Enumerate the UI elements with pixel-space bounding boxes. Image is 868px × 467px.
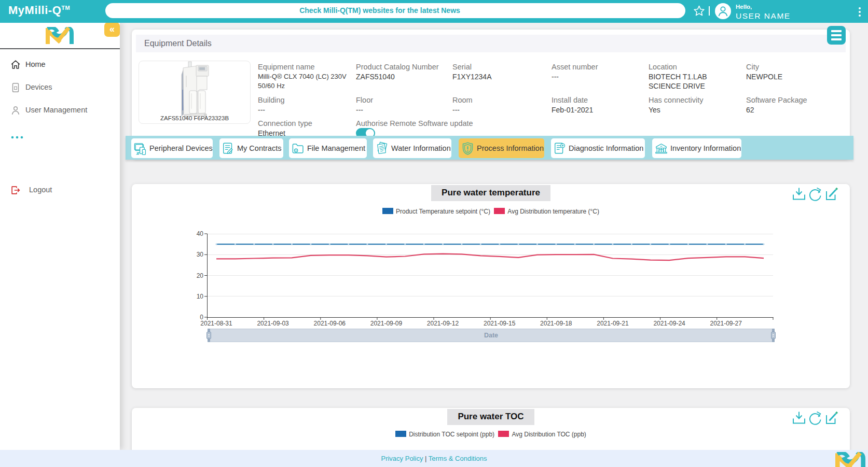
- svg-text:2021-09-15: 2021-09-15: [484, 320, 516, 327]
- svg-text:2021-09-12: 2021-09-12: [427, 320, 459, 327]
- svg-text:30: 30: [197, 251, 204, 258]
- svg-text:2021-09-21: 2021-09-21: [597, 320, 629, 327]
- svg-text:2021-09-18: 2021-09-18: [540, 320, 572, 327]
- svg-text:2021-09-06: 2021-09-06: [314, 320, 346, 327]
- svg-text:10: 10: [197, 293, 204, 300]
- svg-text:20: 20: [197, 272, 204, 279]
- svg-text:2021-09-24: 2021-09-24: [653, 320, 685, 327]
- svg-text:2021-09-27: 2021-09-27: [710, 320, 742, 327]
- svg-text:2021-09-09: 2021-09-09: [370, 320, 403, 327]
- svg-text:2021-09-03: 2021-09-03: [257, 320, 289, 327]
- svg-text:2021-08-31: 2021-08-31: [200, 320, 232, 327]
- svg-text:40: 40: [197, 230, 204, 237]
